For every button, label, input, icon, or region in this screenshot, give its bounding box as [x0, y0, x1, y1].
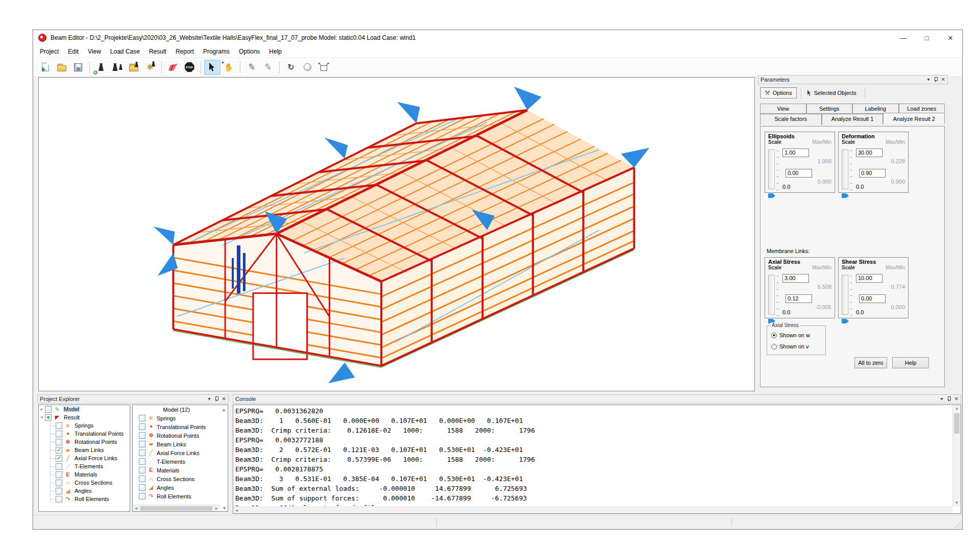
add-load-case-button[interactable]: [93, 60, 109, 75]
maximize-button[interactable]: □: [915, 30, 939, 45]
pin-icon[interactable]: [947, 396, 951, 402]
axial-force-links-checkbox[interactable]: [139, 449, 145, 456]
minimize-button[interactable]: —: [892, 30, 915, 45]
console-vertical-scrollbar[interactable]: ▲ ▼: [952, 405, 961, 507]
springs-checkbox[interactable]: [139, 415, 145, 421]
pan-tool-button[interactable]: ✋+: [220, 60, 237, 75]
axial-threshold-input[interactable]: 0.12: [786, 294, 812, 303]
tree-item-rotational-points[interactable]: ❁ Rotational Points: [51, 438, 130, 446]
draw-beam-button[interactable]: ✎: [243, 60, 260, 75]
angles-checkbox[interactable]: [139, 484, 145, 491]
result-checkbox[interactable]: ■: [45, 414, 52, 421]
close-panel-icon[interactable]: ✕: [222, 396, 226, 402]
beam-links-checkbox[interactable]: [139, 441, 145, 447]
ellipsoids-slider-thumb[interactable]: [768, 193, 775, 198]
scrollbar-thumb[interactable]: [954, 413, 960, 434]
tab-load-zones[interactable]: Load zones: [899, 104, 945, 114]
rotational-points-checkbox[interactable]: [139, 432, 145, 439]
save-project-button[interactable]: [70, 60, 86, 75]
list-item-rotational-points[interactable]: ❁ Rotational Points: [133, 431, 228, 440]
tab-selected-objects[interactable]: Selected Objects: [803, 88, 861, 97]
tree-item-axial-force-links[interactable]: ✓ ╱ Axial Force Links: [51, 454, 130, 462]
tab-options[interactable]: ⚒ Options: [760, 87, 797, 98]
tree-item-cross-sections[interactable]: ∩ Cross Sections: [51, 479, 130, 487]
list-item-translational-points[interactable]: ✦ Translational Points: [133, 422, 228, 431]
list-item-cross-sections[interactable]: ∩ Cross Sections: [133, 474, 228, 483]
ellipsoids-scale-input[interactable]: 1.00: [782, 148, 809, 157]
stop-button[interactable]: STOP: [181, 60, 198, 75]
axial-force-links-checkbox[interactable]: ✓: [56, 455, 62, 462]
ellipsoids-slider[interactable]: [768, 149, 775, 189]
translational-points-checkbox[interactable]: [56, 431, 62, 437]
dropdown-icon[interactable]: ▾: [941, 396, 943, 402]
show-results-button[interactable]: [165, 60, 181, 75]
close-button[interactable]: ✕: [939, 30, 962, 45]
tree-item-materials[interactable]: E Materials: [51, 470, 130, 479]
beam-links-checkbox[interactable]: ✓: [56, 447, 62, 454]
menu-edit[interactable]: Edit: [63, 46, 83, 57]
list-item-axial-force-links[interactable]: ╱ Axial Force Links: [133, 448, 228, 457]
open-project-button[interactable]: [54, 60, 70, 75]
list-item-beam-links[interactable]: ▰ Beam Links: [133, 440, 228, 448]
shear-threshold-input[interactable]: 0.00: [859, 294, 886, 303]
tab-view[interactable]: View: [760, 104, 806, 114]
springs-checkbox[interactable]: [56, 422, 62, 429]
pin-icon[interactable]: [934, 77, 938, 82]
list-item-springs[interactable]: ≋ Springs: [133, 414, 228, 422]
scroll-down-icon[interactable]: ▼: [953, 499, 961, 507]
list-item-materials[interactable]: E Materials: [133, 466, 228, 474]
all-to-zero-button[interactable]: All to zero: [854, 357, 887, 368]
scroll-left-icon[interactable]: ◄: [133, 506, 139, 511]
tree-item-roll-elements[interactable]: ↷ Roll Elements: [51, 495, 130, 503]
tab-scale-factors[interactable]: Scale factors: [760, 114, 822, 125]
cross-sections-checkbox[interactable]: [139, 475, 145, 482]
deformation-threshold-input[interactable]: 0.90: [859, 169, 886, 178]
fit-view-button[interactable]: ↖↗: [315, 60, 332, 75]
scroll-down-icon[interactable]: ▼: [222, 506, 227, 511]
menu-options[interactable]: Options: [234, 46, 264, 57]
tab-analyze-result-1[interactable]: Analyze Result 1: [822, 114, 884, 125]
menu-help[interactable]: Help: [264, 46, 286, 57]
translational-points-checkbox[interactable]: [139, 423, 145, 430]
scroll-up-icon[interactable]: ▲: [953, 405, 961, 412]
rotational-points-checkbox[interactable]: [56, 439, 62, 445]
deformation-slider-thumb[interactable]: [842, 193, 849, 198]
list-item-t-elements[interactable]: ⋰ T-Elements: [133, 457, 228, 466]
menu-programs[interactable]: Programs: [199, 46, 234, 57]
scrollbar-thumb[interactable]: [140, 506, 212, 511]
tree-item-model[interactable]: ▸ ✎ Model: [39, 405, 130, 413]
list-item-roll-elements[interactable]: ↷ Roll Elements: [133, 492, 228, 500]
shear-scale-input[interactable]: 10.00: [856, 274, 883, 283]
deformation-slider[interactable]: [842, 149, 848, 189]
dropdown-icon[interactable]: ▾: [927, 77, 930, 82]
tree-item-springs[interactable]: ≋ Springs: [51, 421, 130, 430]
load-cases-button[interactable]: [109, 60, 126, 75]
ellipsoids-threshold-input[interactable]: 0.00: [786, 169, 812, 178]
t-elements-checkbox[interactable]: [56, 463, 62, 470]
resize-grip[interactable]: [954, 521, 961, 528]
axial-slider[interactable]: [768, 275, 775, 315]
tree-item-result[interactable]: ▾ ■ ◤ Result: [39, 413, 130, 421]
materials-checkbox[interactable]: [56, 471, 62, 478]
angles-checkbox[interactable]: [56, 488, 62, 494]
tab-labeling[interactable]: Labeling: [852, 104, 899, 114]
import-load-case-button[interactable]: [126, 60, 142, 75]
tree-item-translational-points[interactable]: ✦ Translational Points: [51, 430, 130, 438]
radio-shown-on-w[interactable]: ● Shown on w: [771, 332, 825, 338]
menu-report[interactable]: Report: [171, 46, 199, 57]
menu-result[interactable]: Result: [144, 46, 171, 57]
pin-icon[interactable]: [214, 396, 218, 402]
zoom-view-button[interactable]: [299, 60, 315, 75]
scroll-up-icon[interactable]: ▲: [220, 407, 228, 412]
menu-view[interactable]: View: [83, 46, 106, 57]
rotate-view-button[interactable]: ↻: [283, 60, 299, 75]
materials-checkbox[interactable]: [139, 467, 145, 473]
menu-load-case[interactable]: Load Case: [106, 46, 144, 57]
close-panel-icon[interactable]: ✕: [941, 77, 945, 82]
tab-settings[interactable]: Settings: [806, 104, 853, 114]
scroll-right-icon[interactable]: ►: [213, 506, 220, 511]
close-panel-icon[interactable]: ✕: [954, 396, 959, 402]
model-checkbox[interactable]: [45, 406, 52, 413]
t-elements-checkbox[interactable]: [139, 458, 145, 465]
roll-elements-checkbox[interactable]: [139, 493, 145, 499]
